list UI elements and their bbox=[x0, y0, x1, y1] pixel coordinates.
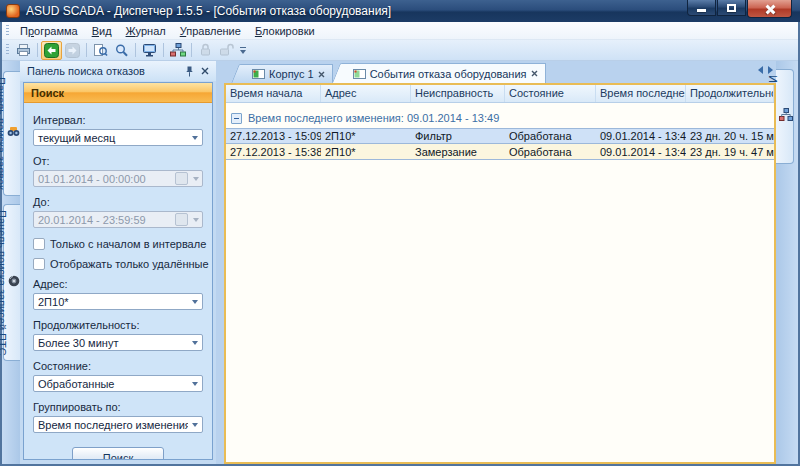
window-frame: Программа Вид Журнал Управление Блокиров… bbox=[0, 22, 800, 466]
only-start-in-interval-row: Только с началом в интервале bbox=[33, 238, 203, 250]
unlock-button[interactable] bbox=[216, 41, 237, 60]
maximize-button[interactable] bbox=[717, 0, 746, 16]
left-dock-strip: Панель поиска заявок Панель поиска запис… bbox=[2, 61, 20, 464]
panel-close-button[interactable] bbox=[197, 64, 212, 79]
column-header-last-change-time[interactable]: Время последнего и... bbox=[596, 85, 686, 102]
search-document-button[interactable] bbox=[90, 41, 111, 60]
tab-scroll-controls bbox=[758, 66, 773, 74]
maximize-icon bbox=[727, 4, 736, 12]
title-bar: ASUD SCADA - Диспетчер 1.5.5 - [События … bbox=[0, 0, 800, 22]
app-window: ASUD SCADA - Диспетчер 1.5.5 - [События … bbox=[0, 0, 800, 466]
tab-label: События отказа оборудования bbox=[370, 68, 527, 80]
scroll-tabs-left-button[interactable] bbox=[758, 66, 763, 74]
document-tab-row: Корпус 1 События отказа оборудования bbox=[224, 61, 776, 83]
window-title: ASUD SCADA - Диспетчер 1.5.5 - [События … bbox=[26, 4, 391, 18]
chevron-down-icon bbox=[190, 218, 202, 222]
menu-item-program[interactable]: Программа bbox=[13, 23, 85, 39]
group-by-label: Группировать по: bbox=[33, 401, 203, 413]
duration-select[interactable]: Более 30 минут bbox=[33, 334, 203, 351]
close-button[interactable] bbox=[747, 0, 792, 18]
menu-grip bbox=[6, 25, 9, 37]
menu-item-view[interactable]: Вид bbox=[85, 23, 119, 39]
pin-button[interactable] bbox=[182, 64, 197, 79]
scroll-tabs-right-button[interactable] bbox=[768, 66, 773, 74]
to-date-field[interactable]: 20.01.2014 - 23:59:59 bbox=[33, 211, 203, 228]
tab-label: Корпус 1 bbox=[269, 68, 314, 80]
minus-icon bbox=[234, 118, 239, 119]
monitor-button[interactable] bbox=[139, 41, 160, 60]
menu-item-locks[interactable]: Блокировки bbox=[248, 23, 322, 39]
tab-equipment-failure-events[interactable]: События отказа оборудования bbox=[343, 63, 546, 83]
address-select[interactable]: 2П10* bbox=[33, 293, 203, 310]
only-start-in-interval-checkbox[interactable] bbox=[33, 238, 45, 250]
group-row: Время последнего изменения: 09.01.2014 -… bbox=[226, 112, 774, 124]
group-row-label: Время последнего изменения: 09.01.2014 -… bbox=[248, 112, 499, 124]
binoculars-icon bbox=[7, 126, 20, 137]
lock-button[interactable] bbox=[195, 41, 216, 60]
panel-header: Панель поиска отказов bbox=[20, 61, 216, 81]
toolbar-separator bbox=[191, 43, 192, 57]
state-label: Состояние: bbox=[33, 360, 203, 372]
search-document-icon bbox=[93, 43, 108, 58]
toolbar-separator bbox=[37, 43, 38, 57]
main-document-area: Корпус 1 События отказа оборудования bbox=[224, 61, 776, 464]
table-row[interactable]: 27.12.2013 - 15:09 2П10* Фильтр Обработа… bbox=[226, 128, 774, 144]
forward-button[interactable] bbox=[62, 41, 83, 60]
column-header-state[interactable]: Состояние bbox=[505, 85, 596, 102]
magnifier-icon bbox=[114, 43, 129, 58]
network-button[interactable] bbox=[167, 41, 188, 60]
minimize-button[interactable] bbox=[687, 0, 716, 16]
magnifier-button[interactable] bbox=[111, 41, 132, 60]
column-header-start-time[interactable]: Время начала bbox=[226, 85, 321, 102]
column-header-malfunction[interactable]: Неисправность bbox=[411, 85, 505, 102]
calendar-picker-button[interactable] bbox=[175, 213, 188, 226]
toolbar-overflow-button[interactable] bbox=[240, 47, 246, 54]
address-label: Адрес: bbox=[33, 278, 203, 290]
collapse-group-button[interactable] bbox=[231, 113, 242, 124]
app-icon bbox=[6, 4, 20, 18]
column-header-address[interactable]: Адрес bbox=[321, 85, 411, 102]
dock-tab-request-search[interactable]: Панель поиска заявок bbox=[3, 71, 20, 196]
dock-tab-view-hierarchy[interactable]: Иерархия видов bbox=[776, 69, 794, 164]
hierarchy-icon bbox=[779, 108, 793, 121]
close-icon bbox=[765, 4, 775, 14]
dock-tab-label: Панель поиска записей ПТС bbox=[0, 210, 8, 356]
disc-icon bbox=[8, 275, 20, 287]
toolbar-separator bbox=[163, 43, 164, 57]
lock-closed-icon bbox=[199, 43, 212, 57]
tab-close-button[interactable] bbox=[318, 71, 325, 78]
grid-body: Время последнего изменения: 09.01.2014 -… bbox=[226, 103, 774, 462]
right-dock-strip: Иерархия видов bbox=[776, 61, 798, 464]
chevron-down-icon bbox=[240, 50, 246, 54]
toolbar-separator bbox=[86, 43, 87, 57]
tab-korpus-1[interactable]: Корпус 1 bbox=[242, 64, 333, 83]
toolbar-separator bbox=[135, 43, 136, 57]
calendar-picker-button[interactable] bbox=[175, 172, 188, 185]
tab-close-button[interactable] bbox=[531, 70, 538, 77]
panel-splitter[interactable] bbox=[216, 61, 224, 464]
failure-search-panel: Панель поиска отказов Поиск Интервал: те… bbox=[20, 61, 216, 464]
toolbar-grip bbox=[6, 44, 9, 56]
menu-item-management[interactable]: Управление bbox=[173, 23, 248, 39]
chevron-down-icon bbox=[188, 335, 202, 350]
interval-select[interactable]: текущий месяц bbox=[33, 129, 203, 146]
minimize-icon bbox=[697, 9, 706, 12]
print-button[interactable] bbox=[13, 41, 34, 60]
chevron-down-icon bbox=[188, 376, 202, 391]
back-button[interactable] bbox=[41, 41, 62, 60]
show-only-deleted-checkbox[interactable] bbox=[33, 258, 45, 270]
failure-events-grid: Время начала Адрес Неисправность Состоян… bbox=[224, 83, 776, 464]
forward-arrow-icon bbox=[65, 43, 80, 58]
search-button[interactable]: Поиск bbox=[72, 447, 164, 459]
close-icon bbox=[318, 71, 325, 78]
group-by-select[interactable]: Время последнего изменения bbox=[33, 416, 203, 433]
content-area: Панель поиска заявок Панель поиска запис… bbox=[2, 61, 798, 464]
state-select[interactable]: Обработанные bbox=[33, 375, 203, 392]
menu-item-journal[interactable]: Журнал bbox=[119, 23, 173, 39]
monitor-icon bbox=[142, 43, 157, 57]
dock-tab-label: Панель поиска заявок bbox=[0, 77, 7, 190]
from-date-field[interactable]: 01.01.2014 - 00:00:00 bbox=[33, 170, 203, 187]
dock-tab-pts-records-search[interactable]: Панель поиска записей ПТС bbox=[3, 204, 20, 362]
table-row[interactable]: 27.12.2013 - 15:38 2П10* Замерзание Обра… bbox=[226, 144, 774, 160]
column-header-duration[interactable]: Продолжительность bbox=[686, 85, 774, 102]
